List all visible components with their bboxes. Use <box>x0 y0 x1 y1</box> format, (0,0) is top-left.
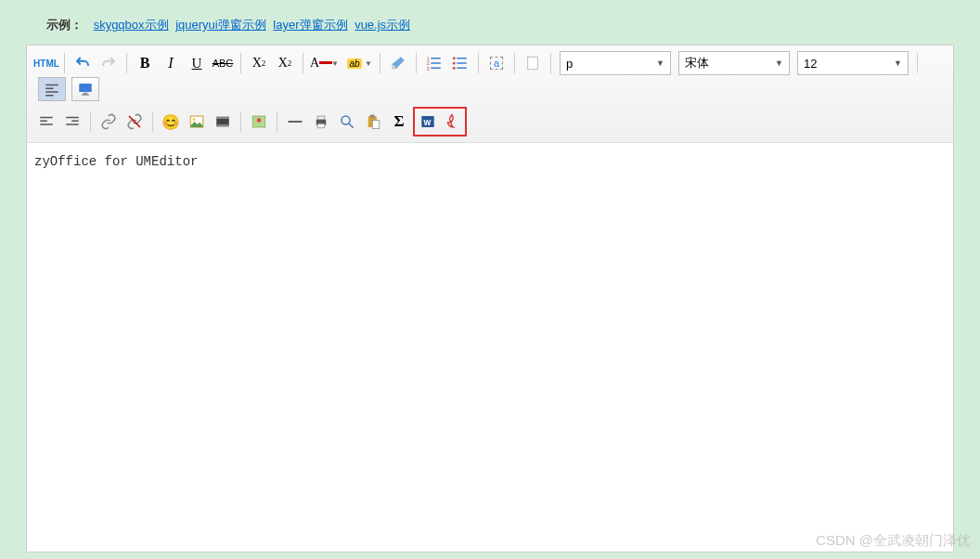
emotion-button[interactable]: 😊 <box>159 110 183 134</box>
svg-text:W: W <box>424 119 432 127</box>
svg-rect-7 <box>457 58 467 59</box>
cleardoc-button[interactable] <box>521 51 545 75</box>
svg-point-8 <box>453 62 456 65</box>
separator <box>90 111 91 132</box>
unordered-list-icon <box>452 55 469 72</box>
svg-rect-14 <box>45 88 53 90</box>
import-word-button[interactable]: W <box>416 110 440 134</box>
horizontal-rule-button[interactable] <box>283 110 307 134</box>
fullscreen-button[interactable] <box>71 77 99 101</box>
highlighted-tools: W <box>413 107 467 136</box>
separator <box>917 53 918 73</box>
chevron-down-icon: ▼ <box>894 58 902 68</box>
svg-rect-37 <box>317 124 325 128</box>
svg-line-39 <box>349 124 354 128</box>
link-icon <box>100 113 117 130</box>
example-link-skygqbox[interactable]: skygqbox示例 <box>94 18 169 32</box>
svg-point-33 <box>257 118 262 123</box>
separator <box>514 53 515 73</box>
image-button[interactable] <box>185 110 209 134</box>
svg-point-6 <box>453 57 456 59</box>
svg-rect-17 <box>79 84 92 92</box>
bold-button[interactable]: B <box>133 51 157 75</box>
link-button[interactable] <box>97 110 121 134</box>
align-right-button[interactable] <box>60 110 84 134</box>
undo-button[interactable] <box>71 51 95 75</box>
svg-rect-42 <box>372 121 380 129</box>
video-button[interactable] <box>211 110 235 134</box>
magnifier-icon <box>339 113 355 130</box>
unordered-list-button[interactable] <box>448 51 472 75</box>
paste-button[interactable] <box>361 110 385 134</box>
superscript-button[interactable]: X2 <box>247 51 271 75</box>
align-left-icon <box>38 113 55 130</box>
example-link-vuejs[interactable]: vue.js示例 <box>355 18 410 32</box>
toolbar-row-2: 😊 Σ W <box>34 103 946 136</box>
separator <box>416 53 417 73</box>
separator <box>550 53 551 73</box>
svg-rect-5 <box>431 68 441 70</box>
clipboard-icon <box>365 113 381 130</box>
font-size-value: 12 <box>804 57 817 71</box>
forecolor-dropdown[interactable]: ▼ <box>331 59 341 68</box>
unlink-icon <box>126 113 143 130</box>
chevron-down-icon: ▼ <box>656 58 664 68</box>
example-link-jqueryui[interactable]: jqueryui弹窗示例 <box>175 18 266 32</box>
preview-button[interactable] <box>335 110 359 134</box>
print-button[interactable] <box>309 110 333 134</box>
undo-icon <box>74 55 91 72</box>
source-html-button[interactable]: HTML <box>34 51 58 75</box>
paragraph-select[interactable]: p▼ <box>560 51 671 75</box>
eraser-button[interactable] <box>386 51 410 75</box>
svg-rect-34 <box>289 121 303 123</box>
map-button[interactable] <box>247 110 271 134</box>
svg-rect-21 <box>40 121 47 123</box>
unlink-button[interactable] <box>122 110 147 134</box>
editor-toolbar: HTML B I U ABC X2 X2 A ▼ ab ▼ 123 a p▼ 宋… <box>27 46 953 143</box>
selectall-button[interactable]: a <box>484 51 509 75</box>
backcolor-button[interactable]: ab <box>342 51 367 75</box>
examples-label: 示例： <box>46 18 83 32</box>
watermark: CSDN @全武凌朝门泽优 <box>816 532 971 550</box>
separator <box>277 111 277 132</box>
editor-content[interactable]: zyOffice for UMEditor <box>27 143 953 552</box>
separator <box>126 53 127 73</box>
separator <box>380 53 380 73</box>
align-right-icon <box>64 113 81 130</box>
example-link-layer[interactable]: layer弹窗示例 <box>273 18 347 32</box>
formula-button[interactable]: Σ <box>387 110 411 134</box>
hr-icon <box>287 113 303 130</box>
svg-rect-11 <box>457 68 467 70</box>
svg-rect-9 <box>457 62 467 64</box>
redo-icon <box>100 55 117 72</box>
svg-rect-22 <box>40 124 53 125</box>
justify-button[interactable] <box>38 77 66 101</box>
svg-point-28 <box>193 118 196 121</box>
strikethrough-button[interactable]: ABC <box>211 51 235 75</box>
svg-rect-12 <box>528 57 538 70</box>
separator <box>303 53 303 73</box>
font-size-select[interactable]: 12▼ <box>797 51 909 75</box>
backcolor-dropdown[interactable]: ▼ <box>365 59 374 68</box>
cleardoc-icon <box>524 55 541 72</box>
subscript-button[interactable]: X2 <box>273 51 297 75</box>
svg-rect-13 <box>45 84 58 86</box>
font-family-select[interactable]: 宋体▼ <box>678 51 790 75</box>
ordered-list-button[interactable]: 123 <box>422 51 446 75</box>
align-left-button[interactable] <box>34 110 58 134</box>
svg-rect-30 <box>216 117 229 119</box>
underline-button[interactable]: U <box>185 51 209 75</box>
svg-rect-24 <box>71 121 79 123</box>
italic-button[interactable]: I <box>159 51 183 75</box>
word-icon: W <box>419 113 436 130</box>
redo-button[interactable] <box>97 51 121 75</box>
editor-container: HTML B I U ABC X2 X2 A ▼ ab ▼ 123 a p▼ 宋… <box>26 45 954 552</box>
svg-text:3: 3 <box>427 66 430 72</box>
chevron-down-icon: ▼ <box>775 58 783 68</box>
svg-rect-31 <box>216 124 229 126</box>
svg-rect-19 <box>82 94 89 96</box>
forecolor-button[interactable]: A <box>309 51 333 75</box>
svg-point-38 <box>342 116 350 124</box>
import-pdf-button[interactable] <box>440 110 464 134</box>
svg-rect-3 <box>431 62 441 64</box>
